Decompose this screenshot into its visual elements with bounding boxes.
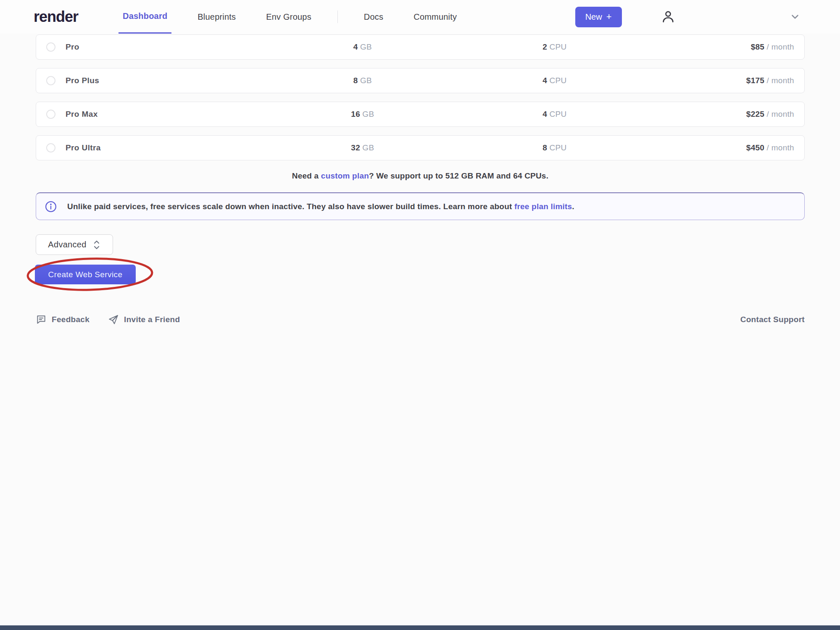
render-logo[interactable]: render (34, 8, 78, 26)
radio-button[interactable] (46, 42, 55, 52)
page-footer: Feedback Invite a Friend Contact Support (36, 314, 805, 325)
plan-name: Pro Max (66, 110, 98, 119)
info-banner-text: Unlike paid services, free services scal… (67, 202, 574, 211)
plan-name: Pro Plus (66, 76, 99, 85)
chevron-up-down-icon (92, 239, 101, 250)
paper-plane-icon (108, 314, 119, 325)
plan-name: Pro Ultra (66, 143, 101, 152)
custom-plan-link[interactable]: custom plan (321, 171, 369, 180)
nav-tab-dashboard[interactable]: Dashboard (118, 0, 171, 34)
plan-row-pro-ultra[interactable]: Pro Ultra 32 GB 8 CPU $450 / month (36, 135, 805, 160)
nav-tab-blueprints[interactable]: Blueprints (193, 0, 240, 34)
plan-ram: 8 GB (266, 76, 458, 85)
advanced-label: Advanced (48, 240, 86, 249)
plan-row-pro-max[interactable]: Pro Max 16 GB 4 CPU $225 / month (36, 102, 805, 127)
plan-ram: 4 GB (266, 42, 458, 52)
nav-link-docs[interactable]: Docs (360, 0, 387, 34)
advanced-toggle[interactable]: Advanced (36, 234, 113, 255)
plan-price: $85 / month (650, 42, 804, 52)
plus-icon: + (606, 12, 612, 21)
user-avatar-icon[interactable] (661, 9, 676, 24)
nav-link-community[interactable]: Community (409, 0, 461, 34)
nav-tab-env-groups[interactable]: Env Groups (262, 0, 316, 34)
radio-button[interactable] (46, 143, 55, 152)
radio-button[interactable] (46, 110, 55, 119)
plan-price: $225 / month (650, 110, 804, 119)
contact-support-link[interactable]: Contact Support (740, 315, 805, 324)
plan-cpu: 4 CPU (458, 110, 650, 119)
free-plan-limits-link[interactable]: free plan limits (514, 202, 572, 211)
create-web-service-button[interactable]: Create Web Service (35, 265, 136, 284)
create-button-area: Create Web Service (36, 265, 805, 284)
new-button[interactable]: New + (575, 7, 622, 27)
invite-friend-link[interactable]: Invite a Friend (108, 314, 180, 325)
nav-divider (337, 10, 338, 23)
plan-ram: 32 GB (266, 143, 458, 152)
top-navbar: render Dashboard Blueprints Env Groups D… (0, 0, 840, 34)
plan-cpu: 4 CPU (458, 76, 650, 85)
plan-name: Pro (66, 42, 79, 52)
plan-price: $175 / month (650, 76, 804, 85)
plan-ram: 16 GB (266, 110, 458, 119)
invite-label: Invite a Friend (124, 315, 180, 324)
plan-row-pro[interactable]: Pro 4 GB 2 CPU $85 / month (36, 34, 805, 60)
info-icon (45, 200, 57, 213)
free-plan-info-banner: Unlike paid services, free services scal… (36, 192, 805, 220)
plan-selection-section: Pro 4 GB 2 CPU $85 / month Pro Plus 8 GB… (36, 34, 805, 284)
plan-cpu: 2 CPU (458, 42, 650, 52)
feedback-label: Feedback (52, 315, 90, 324)
radio-button[interactable] (46, 76, 55, 85)
new-button-label: New (585, 12, 602, 22)
account-chevron-down-icon[interactable] (790, 11, 801, 22)
plan-price: $450 / month (650, 143, 804, 152)
plan-cpu: 8 CPU (458, 143, 650, 152)
plan-row-pro-plus[interactable]: Pro Plus 8 GB 4 CPU $175 / month (36, 68, 805, 93)
feedback-bubble-icon (36, 314, 47, 325)
custom-plan-note: Need a custom plan? We support up to 512… (36, 171, 805, 181)
feedback-link[interactable]: Feedback (36, 314, 90, 325)
bottom-bar (0, 625, 840, 630)
